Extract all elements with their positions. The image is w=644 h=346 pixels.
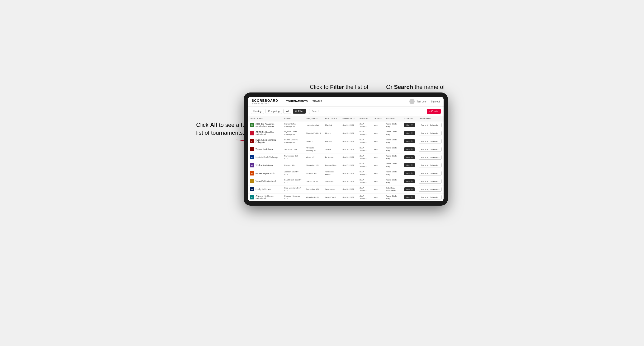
view-button-4[interactable]: View 👁 [404,155,415,159]
cell-competing-1: Add to My Schedule + [417,129,444,137]
col-competing: COMPETING [417,116,444,121]
cell-competing-7: Add to My Schedule + [417,177,444,185]
add-schedule-button-6[interactable]: Add to My Schedule + [419,171,442,175]
event-name-0: 2023 Joe Feaganes Marshall Invitational [256,123,280,128]
cell-venue-1: Olympia Fields Country Club [282,129,304,137]
col-city-state: CITY, STATE [304,116,323,121]
cell-actions-2: View 👁 [402,137,417,145]
cell-venue-7: Sand Creek Country Club [282,177,304,185]
col-gender: GENDER [372,116,384,121]
cell-hosted-7: Valparaiso [323,177,340,185]
filter-tab-all[interactable]: All [284,109,291,114]
cell-venue-5: Colbert Hills [282,161,304,169]
create-button[interactable]: + Create [427,109,441,114]
add-schedule-button-1[interactable]: Add to My Schedule + [419,131,442,135]
signout-link[interactable]: Sign out [431,100,440,103]
cell-date-4: Sep 16, 2023 [340,153,357,161]
cell-venue-3: The 1912 Club [282,145,304,153]
view-button-8[interactable]: View 👁 [404,187,415,191]
add-schedule-button-4[interactable]: Add to My Schedule + [419,155,442,160]
cell-scoring-8: Individual, Stroke Play [384,185,402,193]
eye-icon-3: 👁 [411,148,413,150]
add-schedule-label-8: Add to My Schedule + [421,188,440,190]
add-schedule-button-5[interactable]: Add to My Schedule + [419,163,442,168]
nav-tab-tournaments[interactable]: TOURNAMENTS [286,99,308,104]
add-schedule-label-1: Add to My Schedule + [421,132,440,134]
app-header: SCOREBOARD Powered by clippd TOURNAMENTS… [248,97,444,107]
annotation-left: Click All to see a full list of tourname… [196,121,248,137]
view-button-6[interactable]: View 👁 [404,171,415,175]
app-logo-sub: Powered by clippd [252,102,278,105]
cell-division-9: NCAA Division I [357,193,372,201]
view-button-5[interactable]: View 👁 [404,163,415,167]
cell-competing-0: Add to My Schedule + [417,121,444,129]
cell-date-1: Sep 15, 2023 [340,129,357,137]
filter-bar: Hosting Competing All ⊟ Filter + Create [248,107,444,116]
view-label-1: View [406,132,410,134]
team-logo-4: U [250,155,254,159]
cell-hosted-3: Temple [323,145,340,153]
app-logo: SCOREBOARD [252,99,278,102]
view-button-7[interactable]: View 👁 [404,179,415,183]
add-schedule-button-0[interactable]: Add to My Schedule + [419,123,442,127]
view-button-3[interactable]: View 👁 [404,147,415,151]
table-row: W Wildcat Invitational Colbert Hills Man… [248,161,444,169]
team-logo-2: F [250,139,254,143]
table-header-row: EVENT NAME VENUE CITY, STATE HOSTED BY S… [248,116,444,121]
cell-date-8: Sep 18, 2023 [340,185,357,193]
filter-tab-hosting[interactable]: Hosting [251,109,264,114]
table-container: EVENT NAME VENUE CITY, STATE HOSTED BY S… [248,116,444,201]
view-label-5: View [406,164,410,166]
cell-city-3: Plymouth Meeting, PA [304,145,323,153]
view-label-9: View [406,196,410,198]
tablet-screen: SCOREBOARD Powered by clippd TOURNAMENTS… [248,97,444,201]
team-logo-6: G [250,171,254,175]
cell-venue-9: Chicago Highlands Club [282,193,304,201]
team-logo-8: W [250,187,254,191]
view-button-1[interactable]: View 👁 [404,131,415,135]
cell-gender-7: Men [372,177,384,185]
cell-scoring-2: Team, Stroke Play [384,137,402,145]
view-label-0: View [406,124,410,126]
create-label: + Create [429,110,438,113]
cell-gender-9: Men [372,193,384,201]
nav-tab-teams[interactable]: TEAMS [312,99,323,104]
filter-button[interactable]: ⊟ Filter [293,109,306,114]
cell-scoring-1: Team, Stroke Play [384,129,402,137]
cell-city-9: Westchester, IL [304,193,323,201]
cell-competing-5: Add to My Schedule + [417,161,444,169]
page-wrapper: Click All to see a full list of tourname… [192,78,452,268]
add-schedule-button-9[interactable]: Add to My Schedule + [419,195,442,199]
add-schedule-label-4: Add to My Schedule + [421,156,440,159]
cell-event-name-1: I OFCC Fighting Illini Invitational [248,129,282,137]
cell-competing-9: Add to My Schedule + [417,193,444,201]
add-schedule-button-3[interactable]: Add to My Schedule + [419,147,442,152]
cell-hosted-0: Marshall [323,121,340,129]
team-logo-9: C [250,195,254,199]
view-button-0[interactable]: View 👁 [404,123,415,127]
filter-tab-competing[interactable]: Competing [266,109,282,114]
cell-venue-0: Guyan Golf & Country Club [282,121,304,129]
cell-hosted-5: Kansas State [323,161,340,169]
cell-competing-8: Add to My Schedule + [417,185,444,193]
search-input[interactable] [309,109,426,114]
logo-area: SCOREBOARD Powered by clippd [252,99,278,105]
eye-icon-9: 👁 [411,196,413,198]
add-schedule-button-7[interactable]: Add to My Schedule + [419,179,442,183]
event-name-4: Upstate Dual Challenge [256,156,278,159]
add-schedule-button-2[interactable]: Add to My Schedule + [419,139,442,144]
col-division: DIVISION [357,116,372,121]
event-name-6: Grover Page Classic [256,172,275,174]
team-logo-0: M [250,123,254,127]
view-label-2: View [406,140,410,142]
add-schedule-button-8[interactable]: Add to My Schedule + [419,187,442,192]
view-button-9[interactable]: View 👁 [404,195,415,199]
cell-scoring-4: Team, Stroke Play [384,153,402,161]
cell-division-2: NCAA Division I [357,137,372,145]
view-button-2[interactable]: View 👁 [404,139,415,143]
cell-actions-3: View 👁 [402,145,417,153]
cell-division-5: NCAA Division I [357,161,372,169]
eye-icon-1: 👁 [411,132,413,134]
table-row: V Valpo Fall Invitational Sand Creek Cou… [248,177,444,185]
cell-actions-0: View 👁 [402,121,417,129]
